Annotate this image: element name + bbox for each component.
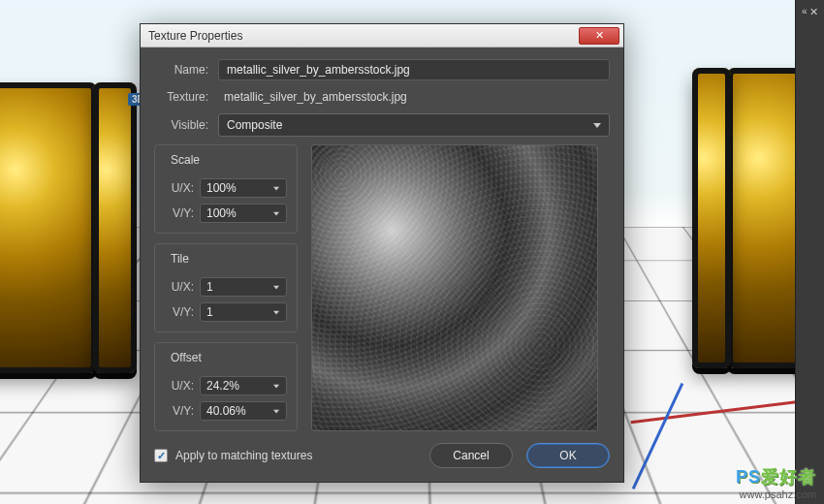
tile-ux-label: U/X:	[165, 280, 194, 294]
gold-3d-letter	[93, 82, 137, 373]
scale-ux-value: 100%	[206, 181, 237, 195]
offset-vy-input[interactable]: 40.06%	[200, 401, 287, 421]
chevron-down-icon	[273, 211, 279, 215]
tile-vy-input[interactable]: 1	[200, 302, 287, 322]
scale-group: Scale U/X: 100% V/Y: 100%	[154, 144, 298, 234]
close-icon: ✕	[595, 30, 604, 41]
dialog-titlebar[interactable]: Texture Properties ✕	[141, 24, 623, 47]
watermark-brand-rest: 爱好者	[761, 467, 816, 487]
offset-ux-label: U/X:	[165, 379, 194, 393]
scale-vy-value: 100%	[206, 206, 237, 220]
dialog-content: Name: Texture: metallic_silver_by_ambers…	[141, 47, 623, 482]
tile-vy-value: 1	[206, 305, 213, 319]
tile-group: Tile U/X: 1 V/Y: 1	[154, 243, 298, 332]
offset-ux-value: 24.2%	[206, 379, 239, 393]
chevron-down-icon	[273, 409, 279, 413]
gold-3d-letter	[692, 68, 731, 368]
texture-properties-dialog: Texture Properties ✕ Name: Texture: meta…	[140, 23, 624, 483]
chevron-down-icon	[273, 186, 279, 190]
offset-group-label: Offset	[167, 351, 206, 364]
check-icon: ✓	[157, 450, 166, 462]
dialog-close-button[interactable]: ✕	[579, 27, 619, 45]
scale-ux-input[interactable]: 100%	[200, 178, 287, 198]
name-label: Name:	[154, 63, 208, 77]
offset-ux-input[interactable]: 24.2%	[200, 376, 287, 395]
panel-close-icon[interactable]: ✕	[809, 6, 818, 18]
watermark: PS爱好者 www.psahz.com	[736, 465, 816, 500]
visible-select[interactable]: Composite	[218, 113, 610, 137]
texture-label: Texture:	[154, 90, 208, 104]
offset-vy-value: 40.06%	[206, 404, 246, 418]
texture-value: metallic_silver_by_ambersstock.jpg	[218, 88, 610, 106]
tile-ux-value: 1	[206, 280, 213, 294]
visible-select-value: Composite	[227, 118, 282, 132]
visible-label: Visible:	[154, 118, 208, 132]
scale-group-label: Scale	[167, 153, 204, 167]
chevron-down-icon	[273, 384, 279, 388]
chevron-down-icon	[273, 310, 279, 314]
ok-button[interactable]: OK	[526, 443, 610, 468]
apply-matching-label: Apply to matching textures	[175, 449, 312, 462]
watermark-url: www.psahz.com	[736, 488, 816, 500]
dialog-title: Texture Properties	[148, 29, 242, 43]
panel-collapse-icon[interactable]: «	[802, 6, 808, 16]
tile-group-label: Tile	[167, 252, 193, 266]
apply-matching-checkbox[interactable]: ✓	[154, 449, 168, 462]
apply-matching-checkbox-row[interactable]: ✓ Apply to matching textures	[154, 449, 312, 462]
name-input[interactable]	[218, 59, 610, 80]
gold-3d-letter	[0, 82, 97, 373]
chevron-down-icon	[593, 123, 601, 128]
chevron-down-icon	[273, 285, 279, 289]
scale-vy-label: V/Y:	[165, 206, 194, 220]
tile-vy-label: V/Y:	[165, 305, 194, 319]
scale-ux-label: U/X:	[165, 181, 194, 195]
cancel-button[interactable]: Cancel	[429, 443, 513, 468]
tile-ux-input[interactable]: 1	[200, 277, 287, 297]
texture-preview	[311, 144, 598, 431]
offset-group: Offset U/X: 24.2% V/Y: 40.06%	[154, 342, 298, 431]
offset-vy-label: V/Y:	[165, 404, 194, 418]
scale-vy-input[interactable]: 100%	[200, 204, 287, 223]
right-collapsed-panel: « ✕	[795, 0, 824, 504]
watermark-brand-ps: PS	[736, 467, 761, 487]
